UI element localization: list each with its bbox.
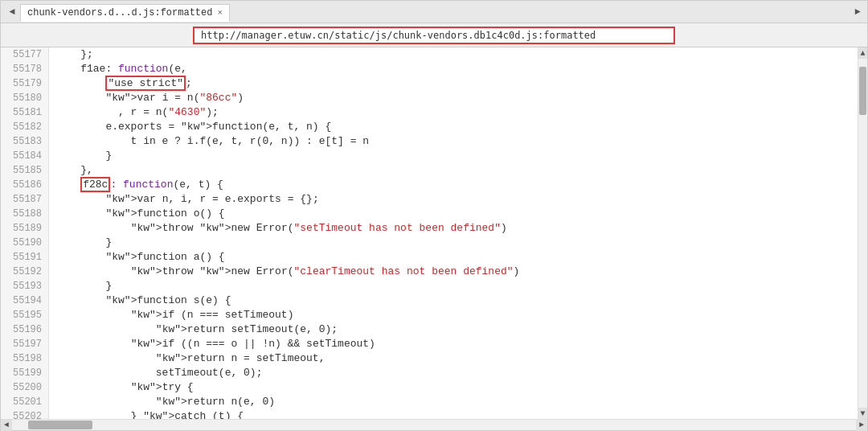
line-number: 55188 (7, 207, 42, 221)
code-line: , r = n("4630"); (55, 105, 858, 120)
line-number: 55187 (7, 192, 42, 207)
code-line: } (55, 279, 858, 293)
line-number: 55181 (7, 105, 42, 120)
code-line: } (55, 149, 858, 163)
line-number: 55194 (7, 293, 42, 308)
code-line: "kw">if ((n === o || !n) && setTimeout) (55, 337, 858, 351)
line-number: 55190 (7, 236, 42, 250)
line-number: 55186 (7, 178, 42, 192)
active-tab[interactable]: chunk-vendors.d...d.js:formatted × (20, 4, 230, 22)
scroll-up-button[interactable]: ▲ (858, 47, 868, 59)
line-number: 55177 (7, 47, 42, 62)
use-strict-string: "use strict" (105, 76, 186, 91)
line-number: 55182 (7, 120, 42, 134)
tab-close-button[interactable]: × (217, 8, 223, 18)
tab-scroll-right[interactable]: ► (848, 3, 867, 21)
scroll-thumb-horizontal[interactable] (28, 421, 92, 429)
code-line: "kw">function a() { (55, 250, 858, 265)
line-number: 55183 (7, 134, 42, 149)
scroll-thumb-vertical[interactable] (859, 67, 866, 115)
tab-scroll-left[interactable]: ◄ (4, 3, 20, 21)
code-line: f28c: function(e, t) { (55, 178, 858, 192)
scroll-track-horizontal[interactable] (12, 420, 856, 430)
line-number: 55199 (7, 366, 42, 380)
code-line: "use strict"; (55, 76, 858, 91)
line-number: 55201 (7, 395, 42, 409)
scroll-down-button[interactable]: ▼ (858, 408, 868, 419)
line-number: 55200 (7, 380, 42, 395)
url-bar-container: http://manager.etuw.cn/static/js/chunk-v… (1, 23, 867, 47)
code-line: "kw">try { (55, 380, 858, 395)
line-number: 55189 (7, 221, 42, 236)
code-line: "kw">return n(e, 0) (55, 395, 858, 409)
url-display[interactable]: http://manager.etuw.cn/static/js/chunk-v… (193, 27, 675, 44)
code-line: "kw">throw "kw">new Error("setTimeout ha… (55, 221, 858, 236)
horizontal-scrollbar[interactable]: ◄ ► (1, 419, 867, 430)
line-number: 55198 (7, 351, 42, 366)
tab-label: chunk-vendors.d...d.js:formatted (27, 7, 212, 18)
line-number: 55178 (7, 62, 42, 76)
code-line: setTimeout(e, 0); (55, 366, 858, 380)
line-number: 55191 (7, 250, 42, 265)
line-number: 55197 (7, 337, 42, 351)
code-line: }, (55, 163, 858, 178)
line-numbers: 5517755178551795518055181551825518355184… (1, 47, 49, 419)
line-number: 55202 (7, 409, 42, 419)
code-line: "kw">function s(e) { (55, 293, 858, 308)
code-line: "kw">if (n === setTimeout) (55, 308, 858, 322)
line-number: 55185 (7, 163, 42, 178)
tab-bar: ◄ chunk-vendors.d...d.js:formatted × ► (1, 1, 867, 23)
line-number: 55195 (7, 308, 42, 322)
code-line: "kw">return setTimeout(e, 0); (55, 322, 858, 337)
code-line: "kw">function o() { (55, 207, 858, 221)
line-number: 55196 (7, 322, 42, 337)
f28c-identifier: f28c (80, 177, 110, 192)
code-line: "kw">var n, i, r = e.exports = {}; (55, 192, 858, 207)
line-number: 55192 (7, 265, 42, 279)
code-line: "kw">throw "kw">new Error("clearTimeout … (55, 265, 858, 279)
scroll-track-vertical[interactable] (858, 59, 867, 408)
code-line: } (55, 236, 858, 250)
code-line: "kw">return n = setTimeout, (55, 351, 858, 366)
code-content: }; f1ae: function(e, "use strict"; "kw">… (49, 47, 858, 419)
code-line: "kw">var i = n("86cc") (55, 91, 858, 105)
code-area: 5517755178551795518055181551825518355184… (1, 47, 867, 419)
code-line: } "kw">catch (t) { (55, 409, 858, 419)
code-line: f1ae: function(e, (55, 62, 858, 76)
code-line: }; (55, 47, 858, 62)
line-number: 55193 (7, 279, 42, 293)
line-number: 55180 (7, 91, 42, 105)
scroll-left-button[interactable]: ◄ (1, 420, 12, 431)
line-number: 55184 (7, 149, 42, 163)
code-line: e.exports = "kw">function(e, t, n) { (55, 120, 858, 134)
vertical-scrollbar[interactable]: ▲ ▼ (858, 47, 867, 419)
line-number: 55179 (7, 76, 42, 91)
scroll-right-button[interactable]: ► (856, 420, 867, 431)
code-line: t in e ? i.f(e, t, r(0, n)) : e[t] = n (55, 134, 858, 149)
editor-container: ◄ chunk-vendors.d...d.js:formatted × ► h… (0, 0, 868, 431)
